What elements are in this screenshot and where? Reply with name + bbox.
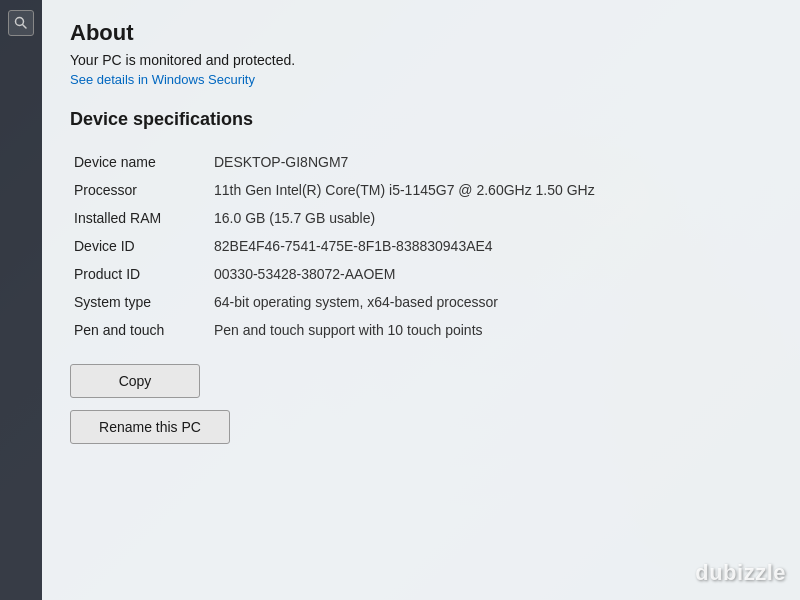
spec-row: Product ID00330-53428-38072-AAOEM <box>70 260 770 288</box>
main-content: About Your PC is monitored and protected… <box>42 0 800 600</box>
spec-label: System type <box>70 288 210 316</box>
page-title: About <box>70 20 770 46</box>
security-status: Your PC is monitored and protected. <box>70 52 770 68</box>
svg-line-1 <box>23 25 27 29</box>
spec-label: Device name <box>70 148 210 176</box>
spec-row: Pen and touchPen and touch support with … <box>70 316 770 344</box>
spec-row: Processor11th Gen Intel(R) Core(TM) i5-1… <box>70 176 770 204</box>
security-link[interactable]: See details in Windows Security <box>70 72 770 87</box>
spec-row: Device nameDESKTOP-GI8NGM7 <box>70 148 770 176</box>
dubizzle-watermark: dubizzle <box>695 560 786 586</box>
rename-button[interactable]: Rename this PC <box>70 410 230 444</box>
spec-row: Installed RAM16.0 GB (15.7 GB usable) <box>70 204 770 232</box>
copy-button[interactable]: Copy <box>70 364 200 398</box>
spec-value: 00330-53428-38072-AAOEM <box>210 260 770 288</box>
section-title: Device specifications <box>70 109 770 130</box>
spec-label: Processor <box>70 176 210 204</box>
spec-value: DESKTOP-GI8NGM7 <box>210 148 770 176</box>
spec-value: 16.0 GB (15.7 GB usable) <box>210 204 770 232</box>
spec-value: 82BE4F46-7541-475E-8F1B-838830943AE4 <box>210 232 770 260</box>
spec-row: Device ID82BE4F46-7541-475E-8F1B-8388309… <box>70 232 770 260</box>
spec-label: Device ID <box>70 232 210 260</box>
spec-value: Pen and touch support with 10 touch poin… <box>210 316 770 344</box>
search-icon[interactable] <box>8 10 34 36</box>
spec-value: 11th Gen Intel(R) Core(TM) i5-1145G7 @ 2… <box>210 176 770 204</box>
sidebar <box>0 0 42 600</box>
spec-label: Product ID <box>70 260 210 288</box>
watermark-text: dubizzle <box>695 560 786 585</box>
spec-label: Installed RAM <box>70 204 210 232</box>
spec-label: Pen and touch <box>70 316 210 344</box>
spec-row: System type64-bit operating system, x64-… <box>70 288 770 316</box>
spec-value: 64-bit operating system, x64-based proce… <box>210 288 770 316</box>
spec-table: Device nameDESKTOP-GI8NGM7Processor11th … <box>70 148 770 344</box>
